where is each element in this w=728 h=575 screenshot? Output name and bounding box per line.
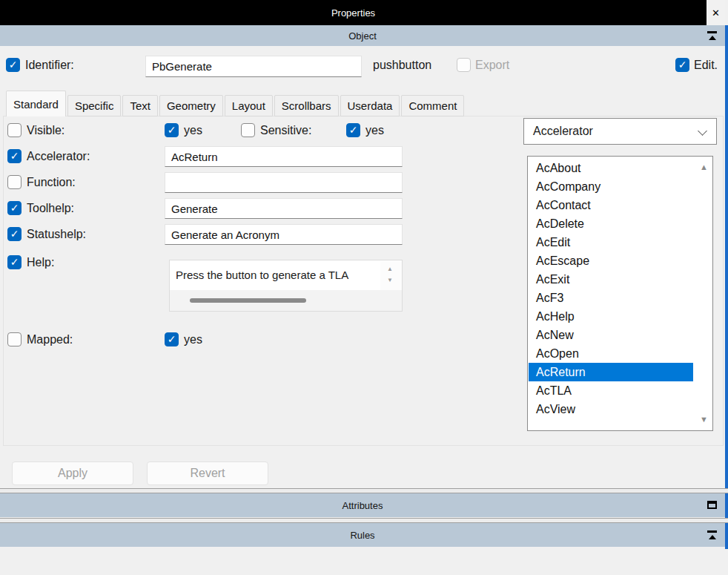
scroll-down-icon[interactable]: ▼ (387, 277, 393, 283)
sensitive-checkbox[interactable] (241, 123, 255, 137)
tab-geometry[interactable]: Geometry (159, 95, 223, 116)
mapped-checkbox[interactable] (7, 332, 21, 346)
list-item-acreturn[interactable]: AcReturn (529, 363, 693, 381)
scroll-up-icon[interactable]: ▲ (387, 266, 393, 272)
statushelp-input[interactable] (165, 224, 403, 245)
category-dropdown-value: Accelerator (533, 125, 593, 138)
function-checkbox[interactable] (7, 175, 21, 189)
edit-label: Edit. (694, 58, 718, 72)
list-item-actla[interactable]: AcTLA (529, 381, 693, 400)
list-item-achelp[interactable]: AcHelp (529, 307, 693, 326)
help-textarea[interactable]: Press the button to generate a TLA (170, 260, 386, 290)
help-label: Help: (27, 255, 54, 269)
listbox-scroll-down-icon[interactable]: ▼ (700, 415, 708, 424)
close-button[interactable]: ✕ (707, 0, 725, 25)
list-item-acf3[interactable]: AcF3 (529, 289, 693, 307)
window-title: Properties (331, 7, 375, 19)
identifier-checkbox[interactable] (6, 58, 20, 72)
rules-panel-title: Rules (350, 530, 374, 541)
chevron-down-icon (698, 126, 707, 136)
apply-button[interactable]: Apply (12, 461, 133, 485)
export-label: Export (475, 58, 509, 72)
list-item-accontact[interactable]: AcContact (529, 196, 693, 214)
list-item-acopen[interactable]: AcOpen (529, 344, 693, 363)
object-panel-header[interactable]: Object (0, 25, 725, 46)
list-item-acedit[interactable]: AcEdit (529, 233, 693, 252)
list-item-acabout[interactable]: AcAbout (529, 159, 693, 177)
tab-standard[interactable]: Standard (6, 91, 66, 116)
accelerator-label: Accelerator: (27, 149, 90, 163)
category-dropdown[interactable]: Accelerator (523, 118, 717, 145)
visible-yes-checkbox[interactable] (165, 123, 179, 137)
mapped-label: Mapped: (27, 332, 73, 346)
statushelp-label: Statushelp: (27, 227, 86, 241)
widget-type-label: pushbutton (373, 58, 431, 72)
identifier-label: Identifier: (25, 58, 74, 72)
sensitive-yes-label: yes (365, 123, 384, 137)
revert-button[interactable]: Revert (147, 461, 268, 485)
tab-specific[interactable]: Specific (67, 95, 122, 116)
tab-bar: StandardSpecificTextGeometryLayoutScroll… (6, 91, 464, 116)
help-horizontal-scrollbar-thumb[interactable] (190, 298, 306, 303)
splitter-handle[interactable] (0, 518, 728, 523)
list-item-acdelete[interactable]: AcDelete (529, 214, 693, 233)
export-checkbox[interactable] (457, 58, 471, 72)
toolhelp-checkbox[interactable] (7, 201, 21, 215)
object-panel-title: Object (348, 30, 377, 42)
list-item-acview[interactable]: AcView (529, 400, 693, 418)
visible-yes-label: yes (184, 123, 202, 137)
list-item-acescape[interactable]: AcEscape (529, 252, 693, 270)
attributes-panel-title: Attributes (343, 500, 383, 511)
sensitive-yes-checkbox[interactable] (346, 123, 360, 137)
mapped-yes-label: yes (184, 332, 202, 346)
accelerator-input[interactable] (165, 146, 403, 167)
attributes-panel-header[interactable]: Attributes (0, 493, 725, 517)
identifier-input[interactable] (145, 56, 362, 77)
tab-text[interactable]: Text (122, 95, 158, 116)
list-item-accompany[interactable]: AcCompany (529, 177, 693, 196)
titlebar: Properties (0, 0, 707, 25)
visible-label: Visible: (27, 123, 64, 137)
function-label: Function: (27, 175, 76, 189)
collapse-panel-icon[interactable] (707, 530, 717, 539)
tab-comment[interactable]: Comment (401, 95, 464, 116)
toolhelp-label: Toolhelp: (27, 201, 74, 215)
collapse-panel-icon[interactable] (707, 31, 717, 40)
help-vertical-scrollbar[interactable]: ▲ ▼ (380, 260, 402, 290)
listbox-scroll-up-icon[interactable]: ▲ (700, 163, 708, 171)
tab-layout[interactable]: Layout (225, 95, 273, 116)
tab-scrollbars[interactable]: Scrollbars (274, 95, 339, 116)
tab-userdata[interactable]: Userdata (340, 95, 400, 116)
mapped-yes-checkbox[interactable] (165, 332, 179, 346)
visible-checkbox[interactable] (7, 123, 21, 137)
help-checkbox[interactable] (7, 255, 21, 269)
list-item-acexit[interactable]: AcExit (529, 270, 693, 289)
window-edge-accent (725, 25, 728, 549)
splitter-handle[interactable] (0, 488, 728, 493)
rules-panel-header[interactable]: Rules (0, 523, 725, 547)
list-item-acnew[interactable]: AcNew (529, 326, 693, 344)
sensitive-label: Sensitive: (260, 123, 311, 137)
close-icon: ✕ (712, 7, 720, 19)
help-textarea-frame: Press the button to generate a TLA ▲ ▼ (169, 260, 403, 312)
restore-panel-icon[interactable] (707, 501, 717, 509)
statushelp-checkbox[interactable] (7, 227, 21, 241)
function-input[interactable] (165, 172, 403, 193)
toolhelp-input[interactable] (165, 198, 403, 219)
edit-checkbox[interactable] (675, 58, 689, 72)
accelerator-checkbox[interactable] (7, 149, 21, 163)
accelerator-listbox: ▲ ▼ AcAboutAcCompanyAcContactAcDeleteAcE… (527, 156, 713, 431)
